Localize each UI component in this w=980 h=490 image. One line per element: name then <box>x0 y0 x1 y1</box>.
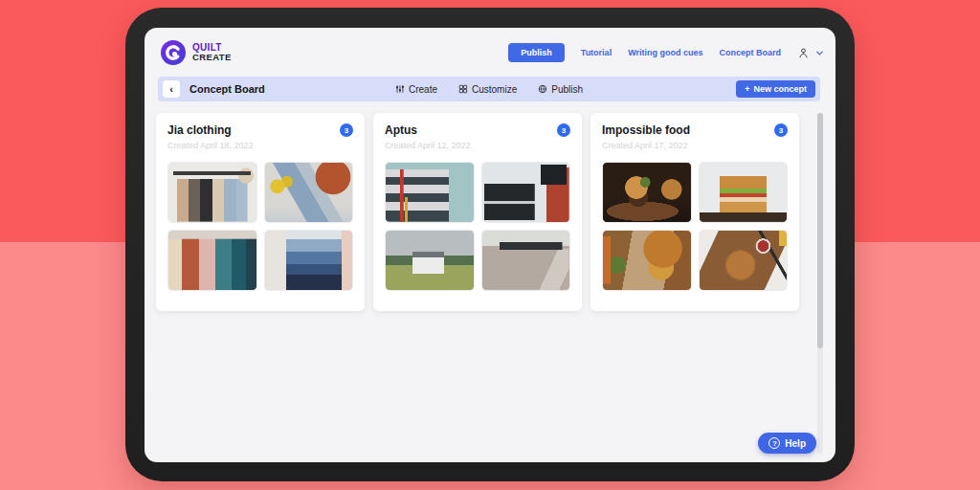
card-image-grid <box>385 162 570 291</box>
back-button[interactable]: ‹ <box>163 80 180 98</box>
plus-icon: + <box>745 84 749 94</box>
card-created-date: Created April 18, 2022 <box>167 141 353 150</box>
top-bar: QUILT CREATE Publish Tutorial Writing go… <box>145 28 835 65</box>
grid-icon <box>458 84 468 94</box>
tablet-frame: QUILT CREATE Publish Tutorial Writing go… <box>125 8 855 481</box>
globe-icon <box>538 84 547 94</box>
publish-action-label: Publish <box>551 84 583 95</box>
create-action-label: Create <box>409 84 437 95</box>
customize-action[interactable]: Customize <box>458 84 517 95</box>
nav-link-tutorial[interactable]: Tutorial <box>581 48 612 57</box>
publish-action[interactable]: Publish <box>538 84 583 95</box>
card-title: Impossible food <box>602 123 690 137</box>
modern-facade-photo[interactable] <box>385 162 475 223</box>
chevron-left-icon: ‹ <box>169 84 173 95</box>
new-concept-label: New concept <box>753 84 807 94</box>
card-image-grid <box>602 162 788 291</box>
quilt-logo-icon <box>161 40 186 65</box>
image-count-badge: 3 <box>557 123 570 137</box>
card-created-date: Created April 17, 2022 <box>602 141 788 150</box>
help-label: Help <box>785 438 806 449</box>
folded-jeans-photo[interactable] <box>264 230 354 291</box>
chevron-down-icon <box>814 48 825 58</box>
nav-link-writing-good-cues[interactable]: Writing good cues <box>628 48 702 57</box>
image-count-badge: 3 <box>340 123 353 137</box>
card-title: Aptus <box>385 123 417 137</box>
grilled-bun-board-photo[interactable] <box>699 230 789 291</box>
create-action[interactable]: Create <box>395 84 437 95</box>
tulips-and-denim-photo[interactable] <box>264 162 354 223</box>
brand-text: QUILT CREATE <box>192 43 232 62</box>
user-icon <box>797 47 810 59</box>
image-count-badge: 3 <box>774 123 788 137</box>
card-image-grid <box>167 162 353 291</box>
page-background: { "brand": { "line1": "QUILT", "line2": … <box>0 0 980 490</box>
app-logo[interactable]: QUILT CREATE <box>161 40 232 65</box>
card-created-date: Created April 12, 2022 <box>385 141 570 150</box>
concrete-building-photo[interactable] <box>481 230 571 291</box>
board-actions: Create Customize Publi <box>395 84 583 95</box>
board-title: Concept Board <box>189 83 265 95</box>
app-screen: QUILT CREATE Publish Tutorial Writing go… <box>145 28 835 462</box>
nav-link-concept-board[interactable]: Concept Board <box>719 48 781 57</box>
concept-cards-row: Jia clothing 3 Created April 18, 2022 Ap… <box>156 113 813 311</box>
dark-cubes-building-photo[interactable] <box>481 162 571 223</box>
help-button[interactable]: ? Help <box>758 433 816 454</box>
skewered-burgers-photo[interactable] <box>602 162 692 223</box>
publish-button[interactable]: Publish <box>508 43 565 62</box>
top-navigation: Publish Tutorial Writing good cues Conce… <box>508 43 825 62</box>
concept-card-jia-clothing[interactable]: Jia clothing 3 Created April 18, 2022 <box>156 113 365 311</box>
wrapped-burger-photo[interactable] <box>602 230 692 291</box>
hanging-shirts-photo[interactable] <box>167 230 257 291</box>
question-mark-icon: ? <box>768 437 780 449</box>
concept-card-aptus[interactable]: Aptus 3 Created April 12, 2022 <box>373 113 582 311</box>
scrollbar-track[interactable] <box>817 113 823 455</box>
brand-line2: CREATE <box>192 53 232 62</box>
account-menu[interactable] <box>797 47 825 59</box>
customize-action-label: Customize <box>472 84 517 95</box>
clothes-rack-photo[interactable] <box>167 162 257 223</box>
scrollbar-thumb[interactable] <box>817 113 823 348</box>
sliders-icon <box>395 84 405 94</box>
garnished-burger-photo[interactable] <box>699 162 789 223</box>
farmhouse-photo[interactable] <box>385 230 475 291</box>
concept-board-bar: ‹ Concept Board Create <box>158 77 820 101</box>
card-title: Jia clothing <box>167 123 232 137</box>
concept-card-impossible-food[interactable]: Impossible food 3 Created April 17, 2022 <box>590 113 799 311</box>
new-concept-button[interactable]: + New concept <box>736 80 815 98</box>
